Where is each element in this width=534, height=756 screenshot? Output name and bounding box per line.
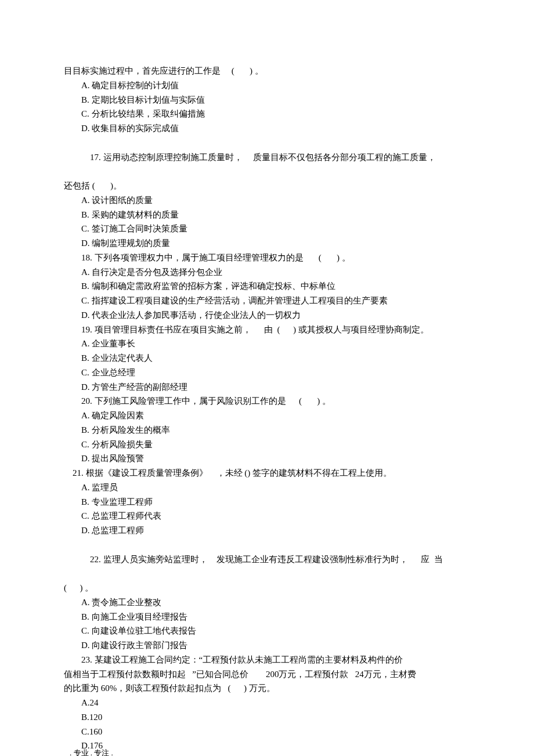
q18-stem: 18. 下列各项管理权力中，属于施工项目经理管理权力的是 ( ) 。 bbox=[64, 251, 470, 265]
q16-option-d: D. 收集目标的实际完成值 bbox=[64, 121, 470, 136]
q23-option-a: A.24 bbox=[64, 696, 470, 710]
q22-option-b: B. 向施工企业项目经理报告 bbox=[64, 610, 470, 624]
q17-option-b: B. 采购的建筑材料的质量 bbox=[64, 208, 470, 222]
q18-option-b: B. 编制和确定需政府监管的招标方案，评选和确定投标、中标单位 bbox=[64, 279, 470, 294]
q17-stem: 17. 运用动态控制原理控制施工质量时， 质量目标不仅包括各分部分项工程的施工质… bbox=[64, 136, 470, 179]
q20-option-a: A. 确定风险因素 bbox=[64, 408, 470, 423]
q18-option-c: C. 指挥建设工程项目建设的生产经营活动，调配并管理进人工程项目的生产要素 bbox=[64, 294, 470, 308]
q22-option-a: A. 责令施工企业整改 bbox=[64, 595, 470, 610]
q16-continuation: 目目标实施过程中，首先应进行的工作是 ( ) 。 bbox=[64, 64, 470, 78]
q21-option-a: A. 监理员 bbox=[64, 480, 470, 495]
q16-option-b: B. 定期比较目标计划值与实际值 bbox=[64, 93, 470, 107]
q19-stem: 19. 项目管理目标责任书应在项目实施之前， 由 ( ) 或其授权人与项目经理协… bbox=[64, 323, 470, 337]
q20-option-b: B. 分析风险发生的概率 bbox=[64, 423, 470, 437]
q17-stem-cont: 还包括 ( )。 bbox=[64, 179, 470, 193]
q17-option-a: A. 设计图纸的质量 bbox=[64, 193, 470, 208]
q20-option-d: D. 提出风险预警 bbox=[64, 451, 470, 466]
q19-option-a: A. 企业董事长 bbox=[64, 337, 470, 351]
q22-stem-cont: ( ) 。 bbox=[64, 581, 470, 595]
q18-option-a: A. 自行决定是否分包及选择分包企业 bbox=[64, 265, 470, 280]
q23-option-b: B.120 bbox=[64, 710, 470, 725]
q21-option-b: B. 专业监理工程师 bbox=[64, 495, 470, 509]
q16-option-a: A. 确定目标控制的计划值 bbox=[64, 78, 470, 93]
q16-option-c: C. 分析比较结果，采取纠偏措施 bbox=[64, 107, 470, 121]
exam-page: 目目标实施过程中，首先应进行的工作是 ( ) 。 A. 确定目标控制的计划值 B… bbox=[0, 0, 534, 756]
q22-stem: 22. 监理人员实施旁站监理时， 发现施工企业有违反工程建设强制性标准行为时， … bbox=[64, 538, 470, 581]
q23-option-c: C.160 bbox=[64, 725, 470, 739]
q20-option-c: C. 分析风险损失量 bbox=[64, 437, 470, 452]
q22-stem-part-a: 22. 监理人员实施旁站监理时， bbox=[90, 555, 208, 564]
q22-stem-part-c: 应 当 bbox=[421, 555, 443, 564]
q22-option-c: C. 向建设单位驻工地代表报告 bbox=[64, 624, 470, 638]
q19-option-c: C. 企业总经理 bbox=[64, 366, 470, 380]
q22-option-d: D. 向建设行政主管部门报告 bbox=[64, 638, 470, 653]
q21-option-c: C. 总监理工程师代表 bbox=[64, 509, 470, 523]
q23-stem-line1: 23. 某建设工程施工合同约定：“工程预付款从未施工工程尚需的主要材料及构件的价 bbox=[64, 653, 470, 667]
q21-option-d: D. 总监理工程师 bbox=[64, 523, 470, 538]
q17-option-d: D. 编制监理规划的质量 bbox=[64, 236, 470, 251]
q20-stem: 20. 下列施工风险管理工作中，属于风险识别工作的是 ( ) 。 bbox=[64, 394, 470, 408]
q22-stem-part-b: 发现施工企业有违反工程建设强制性标准行为时， bbox=[217, 555, 408, 564]
q17-option-c: C. 签订施工合同时决策质量 bbox=[64, 222, 470, 236]
q18-option-d: D. 代表企业法人参加民事活动，行使企业法人的一切权力 bbox=[64, 308, 470, 323]
q19-option-d: D. 方管生产经营的副部经理 bbox=[64, 380, 470, 395]
page-footer: . 专业 . 专注 . bbox=[70, 747, 113, 756]
q17-stem-part-a: 17. 运用动态控制原理控制施工质量时， bbox=[90, 153, 243, 162]
q19-option-b: B. 企业法定代表人 bbox=[64, 351, 470, 366]
q17-stem-part-b: 质量目标不仅包括各分部分项工程的施工质量， bbox=[253, 153, 436, 162]
q21-stem: 21. 根据《建设工程质量管理条例》 ，未经 () 签字的建筑材料不得在工程上使… bbox=[64, 466, 470, 480]
q23-option-d: D.176 bbox=[64, 739, 470, 753]
q23-stem-line3: 的比重为 60%，则该工程预付款起扣点为 ( ) 万元。 bbox=[64, 681, 470, 696]
q23-stem-line2: 值相当于工程预付款数额时扣起 ”已知合同总价 200万元，工程预付款 24万元，… bbox=[64, 667, 470, 682]
